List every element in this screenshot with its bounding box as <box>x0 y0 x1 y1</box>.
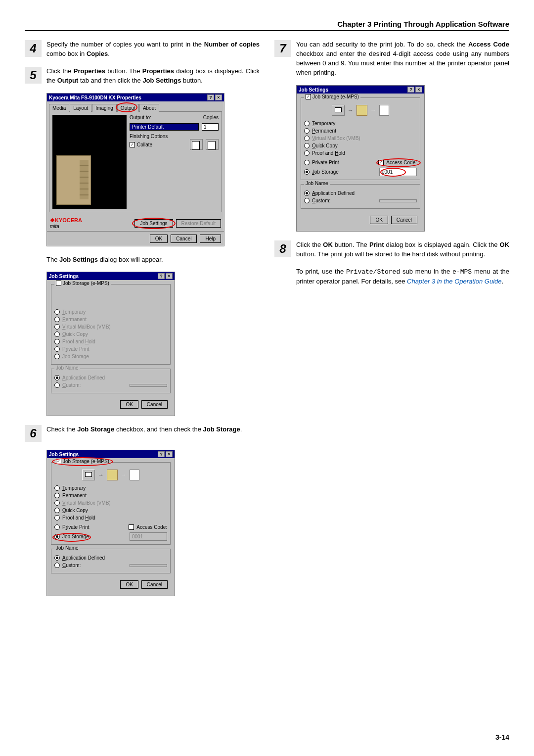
step-6: 6 Check the Job Storage checkbox, and th… <box>25 425 260 442</box>
proof-hold-radio[interactable]: Proof and Hold <box>54 515 167 520</box>
vmb-radio: Virtual MailBox (VMB) <box>54 500 167 506</box>
computer-icon <box>332 105 345 116</box>
cancel-button[interactable]: Cancel <box>141 400 168 409</box>
help-icon[interactable]: ? <box>158 273 165 279</box>
printer-preview <box>52 115 127 209</box>
job-settings-button[interactable]: Job Settings <box>134 219 173 228</box>
arrow-icon: → <box>98 472 104 478</box>
step-8-text: Click the OK button. The Print dialog bo… <box>296 240 509 259</box>
close-icon[interactable]: × <box>215 94 222 100</box>
app-defined-radio[interactable]: Application Defined <box>54 555 167 561</box>
step-number: 6 <box>25 425 42 442</box>
step-5-after: The Job Settings dialog box will appear. <box>46 255 260 265</box>
step-4-text: Specify the number of copies you want to… <box>46 40 260 59</box>
paper-icon <box>379 105 389 116</box>
custom-name-input[interactable] <box>379 199 417 202</box>
mita-logo: mita <box>50 224 82 229</box>
access-code-checkbox[interactable] <box>129 524 134 530</box>
job-settings-dialog-storage: Job Settings ? × ✓Job Storage (e-MPS) → … <box>46 450 175 596</box>
arrow-icon: → <box>370 107 376 114</box>
custom-radio[interactable]: Custom: <box>54 563 167 568</box>
quick-copy-radio[interactable]: Quick Copy <box>304 143 417 148</box>
job-settings-title: Job Settings <box>49 274 79 279</box>
copies-spinner[interactable]: 1 <box>202 123 219 131</box>
cancel-button[interactable]: Cancel <box>141 580 168 589</box>
collate-checkbox[interactable]: ✓ <box>130 142 135 147</box>
cancel-button[interactable]: Cancel <box>391 216 417 224</box>
ok-button[interactable]: OK <box>120 580 138 589</box>
page-number: 3-14 <box>495 733 509 741</box>
job-settings-title: Job Settings <box>299 87 328 93</box>
quick-copy-radio[interactable]: Quick Copy <box>54 508 167 513</box>
close-icon[interactable]: × <box>166 273 173 279</box>
access-code-input: 0001 <box>130 532 167 541</box>
job-settings-dialog-access: Job Settings ? × ✓Job Storage (e-MPS) → … <box>296 85 425 232</box>
custom-name-input <box>130 384 167 387</box>
job-settings-dialog-disabled: Job Settings ? × Job Storage (e-MPS) Tem… <box>46 272 175 416</box>
private-print-radio[interactable]: Private Print <box>54 524 89 530</box>
step-8-after: To print, use the Private/Stored sub men… <box>296 267 509 286</box>
temporary-radio[interactable]: Temporary <box>304 121 417 126</box>
custom-radio[interactable]: Custom: <box>304 198 417 203</box>
temporary-radio[interactable]: Temporary <box>54 485 167 491</box>
tab-output[interactable]: Output <box>117 104 139 112</box>
flow-diagram: → → <box>54 470 167 480</box>
proof-hold-radio[interactable]: Proof and Hold <box>304 150 417 156</box>
help-icon[interactable]: ? <box>407 87 414 93</box>
properties-titlebar: Kyocera Mita FS-9100DN KX Properties ? × <box>47 94 224 101</box>
step-number: 5 <box>25 67 42 84</box>
step-7: 7 You can add security to the print job.… <box>274 40 509 77</box>
ok-button[interactable]: OK <box>150 235 168 243</box>
app-defined-radio[interactable]: Application Defined <box>304 190 417 196</box>
step-7-text: You can add security to the print job. T… <box>296 40 509 77</box>
computer-icon <box>82 470 95 480</box>
step-number: 8 <box>274 240 291 257</box>
finishing-label: Finishing Options <box>130 134 219 139</box>
chapter-header: Chapter 3 Printing Through Application S… <box>25 20 509 31</box>
right-column: 7 You can add security to the print job.… <box>274 40 509 605</box>
job-storage-checkbox[interactable] <box>56 281 61 286</box>
cancel-button[interactable]: Cancel <box>171 235 197 243</box>
kyocera-logo: ❖KYOCERA <box>50 217 82 223</box>
permanent-radio[interactable]: Permanent <box>54 493 167 498</box>
properties-dialog: Kyocera Mita FS-9100DN KX Properties ? ×… <box>46 93 224 246</box>
printer-icon <box>356 105 367 116</box>
close-icon[interactable]: × <box>415 87 422 93</box>
ok-button[interactable]: OK <box>370 216 388 224</box>
permanent-radio[interactable]: Permanent <box>304 128 417 134</box>
finish-option-1-icon[interactable] <box>190 139 203 150</box>
help-button[interactable]: Help <box>200 235 221 243</box>
output-to-combo[interactable]: Printer Default <box>130 123 199 131</box>
step-5: 5 Click the Properties button. The Prope… <box>25 67 260 86</box>
tab-media[interactable]: Media <box>49 104 69 112</box>
private-print-radio[interactable]: Private Print <box>304 160 339 165</box>
tabs: Media Layout Imaging Output About <box>49 104 222 112</box>
step-5-text: Click the Properties button. The Propert… <box>46 67 260 86</box>
tab-imaging[interactable]: Imaging <box>92 104 117 112</box>
step-number: 7 <box>274 40 291 57</box>
step-6-text: Check the Job Storage checkbox, and then… <box>46 425 242 434</box>
restore-default-button[interactable]: Restore Default <box>176 219 221 228</box>
copies-label: Copies <box>203 115 219 120</box>
help-icon[interactable]: ? <box>207 94 214 100</box>
ok-button[interactable]: OK <box>120 400 138 409</box>
help-icon[interactable]: ? <box>158 451 165 457</box>
properties-title: Kyocera Mita FS-9100DN KX Properties <box>49 95 141 100</box>
finish-option-2-icon[interactable] <box>206 139 219 150</box>
output-to-label: Output to: <box>130 115 151 120</box>
close-icon[interactable]: × <box>166 451 173 457</box>
flow-diagram: → → <box>304 105 417 116</box>
custom-name-input[interactable] <box>130 564 167 567</box>
tab-layout[interactable]: Layout <box>70 104 91 112</box>
paper-icon <box>130 470 139 480</box>
arrow-icon: → <box>348 107 354 114</box>
printer-icon <box>107 470 118 480</box>
job-storage-checkbox[interactable]: ✓ <box>306 94 311 99</box>
job-storage-radio[interactable]: Job Storage <box>54 534 89 539</box>
job-storage-radio[interactable]: Job Storage <box>304 169 339 175</box>
arrow-icon: → <box>121 472 127 478</box>
step-8: 8 Click the OK button. The Print dialog … <box>274 240 509 259</box>
vmb-radio: Virtual MailBox (VMB) <box>304 136 417 141</box>
operation-guide-link[interactable]: Chapter 3 in the Operation Guide <box>407 278 502 285</box>
tab-about[interactable]: About <box>139 104 159 112</box>
